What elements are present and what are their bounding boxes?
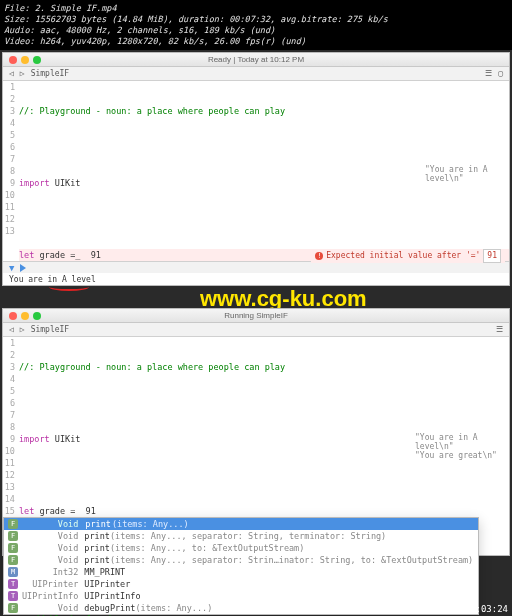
code-editor[interactable]: 1234 5678 9101112 131415 //: Playground … xyxy=(3,337,509,555)
completion-type: Void xyxy=(22,602,78,614)
completion-type: UIPrintInfo xyxy=(22,590,78,602)
window-title: Running SimpleIF xyxy=(3,311,509,320)
completion-name: print xyxy=(84,554,110,566)
xcode-window-bottom: Running SimpleIF ◁ ▷ SimpleIF ☰ 1234 567… xyxy=(2,308,510,556)
completion-signature: (items: Any...) xyxy=(112,518,189,530)
media-info-overlay: File: 2. Simple IF.mp4 Size: 15562703 by… xyxy=(0,0,512,50)
error-badge[interactable]: ! Expected initial value after '=' 91 xyxy=(311,249,505,263)
autocomplete-row[interactable]: F Voidprint(items: Any..., separator: St… xyxy=(4,530,478,542)
completion-kind-icon: F xyxy=(8,603,18,613)
completion-type: Void xyxy=(22,542,78,554)
completion-kind-icon: F xyxy=(8,543,18,553)
result-sidebar: "You are in A level\n" xyxy=(425,165,505,183)
red-annotation xyxy=(49,283,89,291)
result-value: "You are in A level\n" xyxy=(425,165,505,183)
completion-name: MM_PRINT xyxy=(84,566,125,578)
autocomplete-popup[interactable]: F Voidprint(items: Any...)F Voidprint(it… xyxy=(3,517,479,615)
result-value: "You are great\n" xyxy=(415,451,505,460)
autocomplete-row[interactable]: TUIPrintInfoUIPrintInfo xyxy=(4,590,478,602)
completion-type: Void xyxy=(22,554,78,566)
timecode-bottom: 00:03:24 xyxy=(465,604,508,614)
nav-fwd-icon[interactable]: ▷ xyxy=(20,69,25,78)
completion-name: debugPrint xyxy=(84,602,135,614)
panel-icon[interactable]: ▼ xyxy=(9,263,14,273)
inspector-icon[interactable]: ☰ xyxy=(496,325,503,334)
completion-kind-icon: F xyxy=(8,531,18,541)
completion-kind-icon: T xyxy=(8,591,18,601)
completion-signature: (items: Any...) xyxy=(135,602,212,614)
nav-fwd-icon[interactable]: ▷ xyxy=(20,325,25,334)
autocomplete-row[interactable]: F Voidprint(items: Any..., separator: St… xyxy=(4,554,478,566)
autocomplete-row[interactable]: M Int32MM_PRINT xyxy=(4,566,478,578)
autocomplete-row[interactable]: T UIPrinterUIPrinter xyxy=(4,578,478,590)
completion-kind-icon: F xyxy=(8,555,18,565)
completion-signature: (items: Any..., separator: Strin…inator:… xyxy=(110,554,473,566)
completion-kind-icon: F xyxy=(8,519,18,529)
error-fix-value: 91 xyxy=(483,249,501,263)
nav-back-icon[interactable]: ◁ xyxy=(9,325,14,334)
nav-back-icon[interactable]: ◁ xyxy=(9,69,14,78)
completion-type: Void xyxy=(22,530,78,542)
inspector-icon[interactable]: ☰ xyxy=(485,69,492,78)
tab-bar: ◁ ▷ SimpleIF ☰ xyxy=(3,323,509,337)
video-line: Video: h264, yuv420p, 1280x720, 82 kb/s,… xyxy=(4,36,508,47)
result-value: "You are in A level\n" xyxy=(415,433,505,451)
completion-name: print xyxy=(84,530,110,542)
completion-type: UIPrinter xyxy=(22,578,78,590)
completion-signature: (items: Any..., separator: String, termi… xyxy=(110,530,386,542)
window-title: Ready | Today at 10:12 PM xyxy=(3,55,509,64)
window-titlebar[interactable]: Ready | Today at 10:12 PM xyxy=(3,53,509,67)
file-line: File: 2. Simple IF.mp4 xyxy=(4,3,508,14)
autocomplete-row[interactable]: F VoiddebugPrint(items: Any...) xyxy=(4,602,478,614)
file-tab[interactable]: SimpleIF xyxy=(31,69,70,78)
line-gutter: 1234 5678 9101112 13 xyxy=(3,81,19,261)
completion-type: Void xyxy=(22,518,78,530)
completion-kind-icon: M xyxy=(8,567,18,577)
completion-type: Int32 xyxy=(22,566,78,578)
code-editor[interactable]: 1234 5678 9101112 13 //: Playground - no… xyxy=(3,81,509,261)
error-text: Expected initial value after '=' xyxy=(326,250,480,262)
completion-kind-icon: T xyxy=(8,579,18,589)
xcode-window-top: Ready | Today at 10:12 PM ◁ ▷ SimpleIF ☰… xyxy=(2,52,510,286)
autocomplete-row[interactable]: F Voidprint(items: Any..., to: &TextOutp… xyxy=(4,542,478,554)
window-titlebar[interactable]: Running SimpleIF xyxy=(3,309,509,323)
completion-name: print xyxy=(84,542,110,554)
completion-name: print xyxy=(84,518,112,530)
assistant-icon[interactable]: ▢ xyxy=(498,69,503,78)
result-sidebar: "You are in A level\n" "You are great\n" xyxy=(415,433,505,460)
tab-bar: ◁ ▷ SimpleIF ☰ ▢ xyxy=(3,67,509,81)
completion-name: UIPrintInfo xyxy=(84,590,140,602)
file-tab[interactable]: SimpleIF xyxy=(31,325,70,334)
error-icon: ! xyxy=(315,252,323,260)
size-line: Size: 15562703 bytes (14.84 MiB), durati… xyxy=(4,14,508,25)
autocomplete-row[interactable]: F Voidprint(items: Any...) xyxy=(4,518,478,530)
completion-name: UIPrinter xyxy=(84,578,130,590)
completion-signature: (items: Any..., to: &TextOutputStream) xyxy=(110,542,304,554)
audio-line: Audio: aac, 48000 Hz, 2 channels, s16, 1… xyxy=(4,25,508,36)
